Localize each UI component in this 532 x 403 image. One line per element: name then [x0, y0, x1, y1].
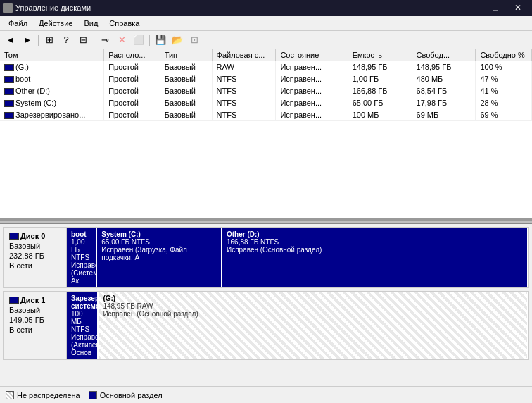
- col-header-emk[interactable]: Емкость: [348, 49, 412, 61]
- menu-help[interactable]: Справка: [103, 18, 145, 29]
- col-header-tom[interactable]: Том: [0, 49, 104, 61]
- disk-0-partitions: boot 1,00 ГБ NTFS Исправен (Система, АкS…: [67, 228, 528, 287]
- partition-status: Исправен (Основной раздел): [103, 310, 523, 318]
- cell-emk: 1,00 ГБ: [348, 73, 412, 85]
- toolbar-cmd[interactable]: ⊸: [97, 33, 113, 47]
- cell-tip: Базовый: [160, 97, 212, 109]
- col-header-tip[interactable]: Тип: [160, 49, 212, 61]
- disk-0-name: Диск 0: [9, 232, 61, 240]
- cell-svobp: 47 %: [476, 73, 532, 85]
- toolbar: ◄ ► ⊞ ? ⊟ ⊸ ✕ ⬜ 💾 📂 ⊡: [0, 31, 532, 49]
- cell-tip: Базовый: [160, 61, 212, 73]
- cell-status: Исправен...: [276, 97, 348, 109]
- main-content: Том Располо... Тип Файловая с... Состоян…: [0, 49, 532, 403]
- table-row[interactable]: (G:)ПростойБазовыйRAWИсправен...148,95 Г…: [0, 61, 532, 73]
- cell-rasp: Простой: [104, 97, 160, 109]
- toolbar-square[interactable]: ⬜: [131, 33, 146, 47]
- partition-status: Исправен (Загрузка, Файл подкачки, А: [101, 246, 217, 261]
- app-icon: [3, 3, 13, 13]
- partition-info: 148,95 ГБ RAW: [103, 302, 523, 310]
- cell-status: Исправен...: [276, 109, 348, 121]
- disk-1-partitions: Зарезервировано системо 100 МБ NTFS Испр…: [67, 292, 528, 359]
- partition-name: Other (D:): [227, 230, 523, 238]
- cell-tom: boot: [0, 73, 104, 85]
- partition-block[interactable]: boot 1,00 ГБ NTFS Исправен (Система, Ак: [67, 228, 97, 287]
- cell-rasp: Простой: [104, 85, 160, 97]
- row-indicator: [4, 112, 14, 119]
- partition-info: 166,88 ГБ NTFS: [227, 238, 523, 246]
- table-header-row: Том Располо... Тип Файловая с... Состоян…: [0, 49, 532, 61]
- menu-bar: Файл Действие Вид Справка: [0, 16, 532, 31]
- cell-fs: RAW: [212, 61, 276, 73]
- partition-status: Исправен (Система, Ак: [71, 261, 91, 285]
- col-header-fs[interactable]: Файловая с...: [212, 49, 276, 61]
- cell-tip: Базовый: [160, 109, 212, 121]
- partition-block[interactable]: Other (D:) 166,88 ГБ NTFS Исправен (Осно…: [222, 228, 528, 287]
- cell-fs: NTFS: [212, 85, 276, 97]
- col-header-rasp[interactable]: Располо...: [104, 49, 160, 61]
- title-bar-title: Управление дисками: [15, 4, 91, 12]
- title-bar-left: Управление дисками: [3, 3, 91, 13]
- disk-1-row: Диск 1 Базовый 149,05 ГБ В сети Зарезерв…: [3, 291, 529, 360]
- cell-svobp: 100 %: [476, 61, 532, 73]
- menu-view[interactable]: Вид: [78, 18, 103, 29]
- cell-fs: NTFS: [212, 97, 276, 109]
- cell-emk: 148,95 ГБ: [348, 61, 412, 73]
- table-row[interactable]: Other (D:)ПростойБазовыйNTFSИсправен...1…: [0, 85, 532, 97]
- partition-name: Зарезервировано системо: [71, 294, 93, 310]
- toolbar-delete[interactable]: ✕: [114, 33, 129, 47]
- partition-block[interactable]: System (C:) 65,00 ГБ NTFS Исправен (Загр…: [97, 228, 222, 287]
- cell-tom: Зарезервировано...: [0, 109, 104, 121]
- menu-file[interactable]: Файл: [3, 18, 33, 29]
- disk-area: Диск 0 Базовый 232,88 ГБ В сети boot 1,0…: [0, 224, 532, 386]
- row-indicator: [4, 88, 14, 95]
- cell-svobp: 69 %: [476, 109, 532, 121]
- table-row[interactable]: System (C:)ПростойБазовыйNTFSИсправен...…: [0, 97, 532, 109]
- toolbar-grid[interactable]: ⊞: [42, 33, 57, 47]
- table-row[interactable]: bootПростойБазовыйNTFSИсправен...1,00 ГБ…: [0, 73, 532, 85]
- partition-name: System (C:): [101, 230, 217, 238]
- cell-tip: Базовый: [160, 85, 212, 97]
- cell-tom: System (C:): [0, 97, 104, 109]
- partition-block[interactable]: Зарезервировано системо 100 МБ NTFS Испр…: [67, 292, 99, 359]
- partition-name: (G:): [103, 294, 523, 302]
- minimize-button[interactable]: –: [462, 0, 484, 16]
- toolbar-sep-3: [149, 35, 150, 46]
- cell-emk: 166,88 ГБ: [348, 85, 412, 97]
- partition-status: Исправен (Активен, Основ: [71, 333, 93, 356]
- toolbar-minus[interactable]: ⊟: [75, 33, 91, 47]
- partition-info: 100 МБ NTFS: [71, 310, 93, 333]
- partition-block[interactable]: (G:) 148,95 ГБ RAW Исправен (Основной ра…: [99, 292, 528, 359]
- cell-svob: 17,98 ГБ: [412, 97, 476, 109]
- title-bar-controls: – □ ✕: [462, 0, 529, 16]
- close-button[interactable]: ✕: [507, 0, 529, 16]
- cell-status: Исправен...: [276, 85, 348, 97]
- disk-table: Том Располо... Тип Файловая с... Состоян…: [0, 49, 532, 121]
- toolbar-save[interactable]: 💾: [153, 33, 168, 47]
- legend-bar: Не распределена Основной раздел: [0, 386, 532, 403]
- toolbar-extra[interactable]: ⊡: [186, 33, 202, 47]
- legend-not-allocated: Не распределена: [6, 391, 80, 399]
- table-row[interactable]: Зарезервировано...ПростойБазовыйNTFSИспр…: [0, 109, 532, 121]
- menu-action[interactable]: Действие: [33, 18, 78, 29]
- col-header-svob[interactable]: Свобод...: [412, 49, 476, 61]
- toolbar-back[interactable]: ◄: [3, 33, 18, 47]
- col-header-svobp[interactable]: Свободно %: [476, 49, 532, 61]
- toolbar-open[interactable]: 📂: [170, 33, 185, 47]
- cell-tom: (G:): [0, 61, 104, 73]
- toolbar-forward[interactable]: ►: [20, 33, 35, 47]
- cell-rasp: Простой: [104, 109, 160, 121]
- title-bar: Управление дисками – □ ✕: [0, 0, 532, 16]
- disk-1-label: Диск 1 Базовый 149,05 ГБ В сети: [4, 292, 67, 359]
- cell-emk: 100 МБ: [348, 109, 412, 121]
- maximize-button[interactable]: □: [484, 0, 507, 16]
- col-header-status[interactable]: Состояние: [276, 49, 348, 61]
- cell-fs: NTFS: [212, 109, 276, 121]
- cell-svob: 480 МБ: [412, 73, 476, 85]
- toolbar-sep-1: [38, 35, 39, 46]
- disk-1-icon: [9, 297, 19, 304]
- cell-tip: Базовый: [160, 73, 212, 85]
- partition-info: 1,00 ГБ NTFS: [71, 238, 91, 261]
- toolbar-help[interactable]: ?: [58, 33, 74, 47]
- cell-rasp: Простой: [104, 73, 160, 85]
